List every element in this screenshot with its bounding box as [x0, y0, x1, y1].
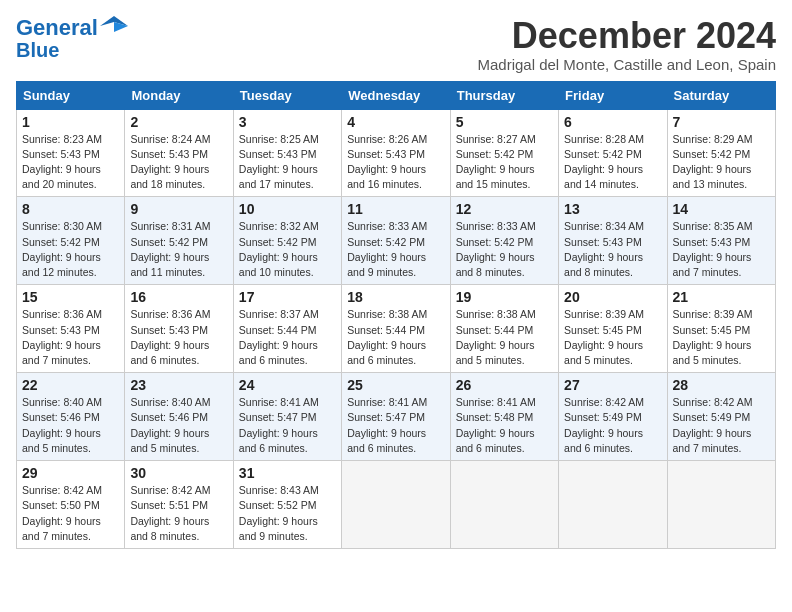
cell-sun-info: Sunrise: 8:41 AMSunset: 5:47 PMDaylight:…: [239, 395, 336, 456]
cell-day-number: 19: [456, 289, 553, 305]
cell-day-number: 30: [130, 465, 227, 481]
cell-day-number: 23: [130, 377, 227, 393]
calendar-cell: 2Sunrise: 8:24 AMSunset: 5:43 PMDaylight…: [125, 109, 233, 197]
cell-day-number: 17: [239, 289, 336, 305]
cell-sun-info: Sunrise: 8:43 AMSunset: 5:52 PMDaylight:…: [239, 483, 336, 544]
calendar-cell: 31Sunrise: 8:43 AMSunset: 5:52 PMDayligh…: [233, 461, 341, 549]
cell-sun-info: Sunrise: 8:38 AMSunset: 5:44 PMDaylight:…: [456, 307, 553, 368]
cell-day-number: 8: [22, 201, 119, 217]
calendar-cell: 25Sunrise: 8:41 AMSunset: 5:47 PMDayligh…: [342, 373, 450, 461]
calendar-cell: 3Sunrise: 8:25 AMSunset: 5:43 PMDaylight…: [233, 109, 341, 197]
cell-sun-info: Sunrise: 8:40 AMSunset: 5:46 PMDaylight:…: [22, 395, 119, 456]
cell-day-number: 24: [239, 377, 336, 393]
cell-sun-info: Sunrise: 8:29 AMSunset: 5:42 PMDaylight:…: [673, 132, 770, 193]
weekday-header-saturday: Saturday: [667, 81, 775, 109]
cell-sun-info: Sunrise: 8:42 AMSunset: 5:51 PMDaylight:…: [130, 483, 227, 544]
calendar-cell: 11Sunrise: 8:33 AMSunset: 5:42 PMDayligh…: [342, 197, 450, 285]
calendar-header-row: SundayMondayTuesdayWednesdayThursdayFrid…: [17, 81, 776, 109]
calendar-cell: 7Sunrise: 8:29 AMSunset: 5:42 PMDaylight…: [667, 109, 775, 197]
weekday-header-tuesday: Tuesday: [233, 81, 341, 109]
cell-day-number: 7: [673, 114, 770, 130]
location-subtitle: Madrigal del Monte, Castille and Leon, S…: [477, 56, 776, 73]
cell-sun-info: Sunrise: 8:30 AMSunset: 5:42 PMDaylight:…: [22, 219, 119, 280]
calendar-week-row: 15Sunrise: 8:36 AMSunset: 5:43 PMDayligh…: [17, 285, 776, 373]
month-title: December 2024: [477, 16, 776, 56]
cell-sun-info: Sunrise: 8:39 AMSunset: 5:45 PMDaylight:…: [673, 307, 770, 368]
cell-sun-info: Sunrise: 8:24 AMSunset: 5:43 PMDaylight:…: [130, 132, 227, 193]
cell-day-number: 1: [22, 114, 119, 130]
calendar-cell: 5Sunrise: 8:27 AMSunset: 5:42 PMDaylight…: [450, 109, 558, 197]
calendar-week-row: 8Sunrise: 8:30 AMSunset: 5:42 PMDaylight…: [17, 197, 776, 285]
cell-day-number: 16: [130, 289, 227, 305]
calendar-cell: [667, 461, 775, 549]
cell-sun-info: Sunrise: 8:31 AMSunset: 5:42 PMDaylight:…: [130, 219, 227, 280]
cell-sun-info: Sunrise: 8:36 AMSunset: 5:43 PMDaylight:…: [22, 307, 119, 368]
calendar-cell: 27Sunrise: 8:42 AMSunset: 5:49 PMDayligh…: [559, 373, 667, 461]
calendar-table: SundayMondayTuesdayWednesdayThursdayFrid…: [16, 81, 776, 549]
calendar-week-row: 22Sunrise: 8:40 AMSunset: 5:46 PMDayligh…: [17, 373, 776, 461]
cell-sun-info: Sunrise: 8:33 AMSunset: 5:42 PMDaylight:…: [456, 219, 553, 280]
calendar-cell: 17Sunrise: 8:37 AMSunset: 5:44 PMDayligh…: [233, 285, 341, 373]
cell-day-number: 29: [22, 465, 119, 481]
cell-sun-info: Sunrise: 8:23 AMSunset: 5:43 PMDaylight:…: [22, 132, 119, 193]
cell-sun-info: Sunrise: 8:33 AMSunset: 5:42 PMDaylight:…: [347, 219, 444, 280]
cell-day-number: 3: [239, 114, 336, 130]
cell-sun-info: Sunrise: 8:39 AMSunset: 5:45 PMDaylight:…: [564, 307, 661, 368]
calendar-cell: 14Sunrise: 8:35 AMSunset: 5:43 PMDayligh…: [667, 197, 775, 285]
cell-sun-info: Sunrise: 8:34 AMSunset: 5:43 PMDaylight:…: [564, 219, 661, 280]
cell-sun-info: Sunrise: 8:37 AMSunset: 5:44 PMDaylight:…: [239, 307, 336, 368]
weekday-header-monday: Monday: [125, 81, 233, 109]
cell-day-number: 4: [347, 114, 444, 130]
cell-day-number: 2: [130, 114, 227, 130]
cell-day-number: 28: [673, 377, 770, 393]
cell-day-number: 20: [564, 289, 661, 305]
cell-sun-info: Sunrise: 8:28 AMSunset: 5:42 PMDaylight:…: [564, 132, 661, 193]
cell-day-number: 9: [130, 201, 227, 217]
calendar-cell: [342, 461, 450, 549]
calendar-cell: 24Sunrise: 8:41 AMSunset: 5:47 PMDayligh…: [233, 373, 341, 461]
cell-day-number: 31: [239, 465, 336, 481]
cell-day-number: 18: [347, 289, 444, 305]
calendar-cell: 16Sunrise: 8:36 AMSunset: 5:43 PMDayligh…: [125, 285, 233, 373]
cell-day-number: 25: [347, 377, 444, 393]
calendar-cell: 8Sunrise: 8:30 AMSunset: 5:42 PMDaylight…: [17, 197, 125, 285]
calendar-cell: 30Sunrise: 8:42 AMSunset: 5:51 PMDayligh…: [125, 461, 233, 549]
calendar-cell: 23Sunrise: 8:40 AMSunset: 5:46 PMDayligh…: [125, 373, 233, 461]
cell-day-number: 22: [22, 377, 119, 393]
calendar-cell: 12Sunrise: 8:33 AMSunset: 5:42 PMDayligh…: [450, 197, 558, 285]
calendar-cell: 21Sunrise: 8:39 AMSunset: 5:45 PMDayligh…: [667, 285, 775, 373]
calendar-cell: 10Sunrise: 8:32 AMSunset: 5:42 PMDayligh…: [233, 197, 341, 285]
cell-sun-info: Sunrise: 8:27 AMSunset: 5:42 PMDaylight:…: [456, 132, 553, 193]
cell-sun-info: Sunrise: 8:36 AMSunset: 5:43 PMDaylight:…: [130, 307, 227, 368]
cell-day-number: 11: [347, 201, 444, 217]
calendar-cell: 1Sunrise: 8:23 AMSunset: 5:43 PMDaylight…: [17, 109, 125, 197]
calendar-cell: 4Sunrise: 8:26 AMSunset: 5:43 PMDaylight…: [342, 109, 450, 197]
calendar-cell: 13Sunrise: 8:34 AMSunset: 5:43 PMDayligh…: [559, 197, 667, 285]
calendar-cell: 6Sunrise: 8:28 AMSunset: 5:42 PMDaylight…: [559, 109, 667, 197]
calendar-week-row: 29Sunrise: 8:42 AMSunset: 5:50 PMDayligh…: [17, 461, 776, 549]
header: General Blue December 2024 Madrigal del …: [16, 16, 776, 73]
cell-sun-info: Sunrise: 8:40 AMSunset: 5:46 PMDaylight:…: [130, 395, 227, 456]
cell-sun-info: Sunrise: 8:26 AMSunset: 5:43 PMDaylight:…: [347, 132, 444, 193]
cell-sun-info: Sunrise: 8:41 AMSunset: 5:47 PMDaylight:…: [347, 395, 444, 456]
title-area: December 2024 Madrigal del Monte, Castil…: [477, 16, 776, 73]
calendar-cell: 9Sunrise: 8:31 AMSunset: 5:42 PMDaylight…: [125, 197, 233, 285]
calendar-cell: [450, 461, 558, 549]
cell-sun-info: Sunrise: 8:38 AMSunset: 5:44 PMDaylight:…: [347, 307, 444, 368]
calendar-cell: 22Sunrise: 8:40 AMSunset: 5:46 PMDayligh…: [17, 373, 125, 461]
weekday-header-sunday: Sunday: [17, 81, 125, 109]
cell-day-number: 5: [456, 114, 553, 130]
cell-day-number: 26: [456, 377, 553, 393]
cell-sun-info: Sunrise: 8:35 AMSunset: 5:43 PMDaylight:…: [673, 219, 770, 280]
logo: General Blue: [16, 16, 128, 60]
weekday-header-wednesday: Wednesday: [342, 81, 450, 109]
calendar-cell: 19Sunrise: 8:38 AMSunset: 5:44 PMDayligh…: [450, 285, 558, 373]
calendar-cell: 29Sunrise: 8:42 AMSunset: 5:50 PMDayligh…: [17, 461, 125, 549]
cell-day-number: 13: [564, 201, 661, 217]
cell-day-number: 12: [456, 201, 553, 217]
cell-day-number: 6: [564, 114, 661, 130]
cell-day-number: 27: [564, 377, 661, 393]
calendar-cell: 26Sunrise: 8:41 AMSunset: 5:48 PMDayligh…: [450, 373, 558, 461]
cell-sun-info: Sunrise: 8:42 AMSunset: 5:49 PMDaylight:…: [564, 395, 661, 456]
calendar-cell: 15Sunrise: 8:36 AMSunset: 5:43 PMDayligh…: [17, 285, 125, 373]
